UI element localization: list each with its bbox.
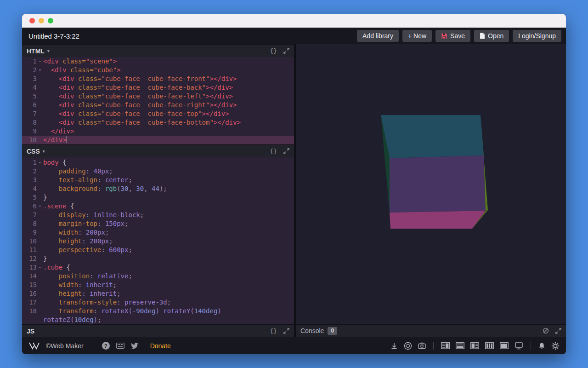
footer-bar: ©Web Maker ? Donate bbox=[22, 337, 566, 354]
code-line[interactable]: 18 transform: rotateX(-90deg) rotateY(14… bbox=[22, 307, 294, 316]
code-line[interactable]: 13▾.cube { bbox=[22, 263, 294, 272]
document-title: Untitled 3-7-3:22 bbox=[28, 32, 357, 40]
layout-split-left-icon[interactable] bbox=[470, 342, 479, 349]
app-header: Untitled 3-7-3:22 Add library + New Save… bbox=[22, 28, 566, 44]
save-label: Save bbox=[450, 32, 465, 40]
css-pane-header: CSS ▾ {} bbox=[22, 144, 294, 157]
add-library-button[interactable]: Add library bbox=[357, 30, 399, 42]
code-line[interactable]: 15 width: inherit; bbox=[22, 281, 294, 289]
code-line[interactable]: 5} bbox=[22, 193, 294, 202]
js-pane-label: JS bbox=[27, 328, 34, 335]
js-pane-header: JS {} bbox=[22, 324, 294, 337]
expand-console-icon[interactable] bbox=[555, 328, 561, 334]
code-line[interactable]: 4 <div class="cube-face cube-face-back">… bbox=[22, 83, 294, 92]
footer-separator bbox=[531, 342, 531, 350]
code-line[interactable]: 7 <div class="cube-face cube-face-top"><… bbox=[22, 109, 294, 118]
login-signup-label: Login/Signup bbox=[518, 32, 556, 40]
open-label: Open bbox=[488, 32, 503, 40]
new-button[interactable]: + New bbox=[402, 30, 432, 42]
code-line[interactable]: 1▾body { bbox=[22, 158, 294, 167]
code-line[interactable]: 2 padding: 40px; bbox=[22, 167, 294, 176]
expand-pane-icon[interactable] bbox=[283, 328, 289, 334]
clear-console-icon[interactable] bbox=[543, 328, 549, 334]
fullscreen-window-button[interactable] bbox=[48, 18, 53, 23]
code-line[interactable]: 9 </div> bbox=[22, 127, 294, 136]
output-column: Console 0 bbox=[296, 44, 566, 337]
code-line[interactable]: 4 background: rgb(30, 30, 44); bbox=[22, 184, 294, 193]
layout-split-right-icon[interactable] bbox=[441, 342, 450, 349]
code-line[interactable]: 3 text-align: center; bbox=[22, 176, 294, 184]
layout-split-bottom-icon[interactable] bbox=[456, 342, 464, 349]
code-line[interactable]: 9 width: 200px; bbox=[22, 228, 294, 237]
settings-gear-icon[interactable] bbox=[551, 342, 560, 350]
cube-face-top bbox=[381, 115, 484, 158]
code-line[interactable]: 10</div> bbox=[22, 136, 294, 144]
open-button[interactable]: Open bbox=[474, 30, 509, 42]
webmaker-logo[interactable] bbox=[28, 342, 40, 350]
layout-columns-icon[interactable] bbox=[485, 342, 494, 349]
code-line[interactable]: 16 height: inherit; bbox=[22, 289, 294, 298]
expand-pane-icon[interactable] bbox=[283, 148, 289, 154]
text-cursor bbox=[67, 136, 67, 143]
open-file-icon bbox=[480, 33, 485, 39]
js-pane-toggle[interactable]: JS bbox=[27, 328, 34, 335]
codepen-export-icon[interactable] bbox=[404, 342, 412, 350]
header-actions: Add library + New Save Open Login/Signup bbox=[357, 30, 561, 42]
webmaker-window: Untitled 3-7-3:22 Add library + New Save… bbox=[22, 14, 566, 354]
css-pane-label: CSS bbox=[27, 148, 40, 155]
chevron-down-icon: ▾ bbox=[43, 149, 45, 154]
expand-pane-icon[interactable] bbox=[283, 48, 289, 54]
cube-face-front bbox=[390, 155, 486, 213]
code-line[interactable]: 11 perspective: 600px; bbox=[22, 246, 294, 254]
save-button[interactable]: Save bbox=[435, 30, 470, 42]
html-editor[interactable]: 1▾<div class="scene">2▾ <div class="cube… bbox=[22, 57, 294, 144]
code-line[interactable]: 1▾<div class="scene"> bbox=[22, 57, 294, 66]
code-line[interactable]: rotateZ(10deg); bbox=[22, 316, 294, 324]
code-line[interactable]: 5 <div class="cube-face cube-face-left">… bbox=[22, 92, 294, 101]
new-label: + New bbox=[408, 32, 426, 40]
screenshot-camera-icon[interactable] bbox=[418, 342, 426, 349]
code-line[interactable]: 12} bbox=[22, 254, 294, 263]
twitter-icon[interactable] bbox=[131, 343, 138, 349]
format-code-icon[interactable]: {} bbox=[270, 328, 277, 334]
donate-link[interactable]: Donate bbox=[150, 342, 171, 350]
format-code-icon[interactable]: {} bbox=[270, 47, 277, 54]
help-icon[interactable]: ? bbox=[102, 342, 110, 350]
copyright-text: ©Web Maker bbox=[46, 342, 84, 350]
code-line[interactable]: 14 position: relative; bbox=[22, 272, 294, 281]
download-file-icon[interactable] bbox=[390, 342, 398, 350]
code-line[interactable]: 2▾ <div class="cube"> bbox=[22, 66, 294, 75]
editor-column: HTML ▾ {} 1▾<div class="scene">2▾ <div c… bbox=[22, 44, 294, 337]
code-line[interactable]: 6▾.scene { bbox=[22, 202, 294, 211]
format-code-icon[interactable]: {} bbox=[270, 148, 277, 155]
layout-fullscreen-icon[interactable] bbox=[500, 342, 509, 349]
css-editor[interactable]: 1▾body {2 padding: 40px;3 text-align: ce… bbox=[22, 157, 294, 324]
code-line[interactable]: 6 <div class="cube-face cube-face-right"… bbox=[22, 101, 294, 109]
notifications-bell-icon[interactable] bbox=[538, 342, 545, 350]
minimize-window-button[interactable] bbox=[39, 18, 44, 23]
save-floppy-icon bbox=[441, 33, 447, 39]
html-pane-label: HTML bbox=[27, 47, 45, 55]
code-line[interactable]: 7 display: inline-block; bbox=[22, 211, 294, 219]
login-signup-button[interactable]: Login/Signup bbox=[513, 30, 561, 42]
css-pane-toggle[interactable]: CSS ▾ bbox=[27, 148, 45, 155]
close-window-button[interactable] bbox=[29, 18, 35, 23]
footer-actions bbox=[390, 342, 560, 350]
window-titlebar bbox=[22, 14, 566, 28]
keyboard-shortcuts-icon[interactable] bbox=[116, 343, 124, 349]
code-line[interactable]: 8 <div class="cube-face cube-face-bottom… bbox=[22, 118, 294, 127]
code-line[interactable]: 17 transform-style: preserve-3d; bbox=[22, 298, 294, 307]
preview-cube-render bbox=[296, 44, 566, 324]
cube-face-bottom bbox=[390, 211, 486, 229]
console-label: Console bbox=[300, 327, 324, 334]
footer-separator bbox=[433, 342, 434, 350]
layout-detached-icon[interactable] bbox=[514, 342, 523, 350]
main-area: HTML ▾ {} 1▾<div class="scene">2▾ <div c… bbox=[22, 44, 566, 337]
code-line[interactable]: 10 height: 200px; bbox=[22, 237, 294, 246]
add-library-label: Add library bbox=[362, 32, 393, 40]
code-line[interactable]: 3 <div class="cube-face cube-face-front"… bbox=[22, 75, 294, 83]
html-pane-toggle[interactable]: HTML ▾ bbox=[27, 47, 49, 55]
console-header[interactable]: Console 0 bbox=[296, 324, 566, 337]
code-line[interactable]: 8 margin-top: 150px; bbox=[22, 219, 294, 228]
chevron-down-icon: ▾ bbox=[47, 49, 50, 53]
